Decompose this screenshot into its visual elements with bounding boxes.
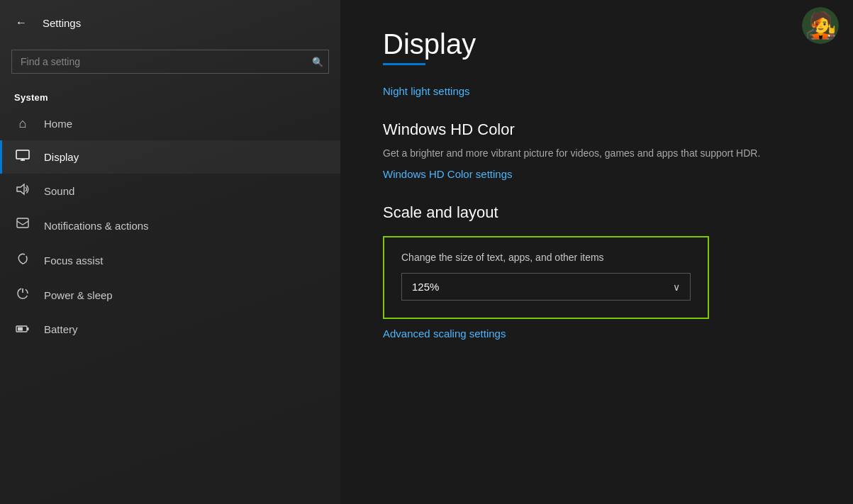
hd-color-heading: Windows HD Color (383, 121, 818, 139)
advanced-scaling-link[interactable]: Advanced scaling settings (383, 327, 506, 340)
display-icon (14, 150, 31, 164)
scale-heading: Scale and layout (383, 203, 818, 222)
sidebar: ← Settings 🔍 System ⌂ Home Display (0, 0, 340, 504)
sidebar-header: ← Settings (0, 0, 340, 45)
home-icon: ⌂ (14, 116, 31, 131)
svg-rect-4 (17, 218, 28, 228)
page-title: Display (383, 28, 818, 60)
power-icon (14, 287, 31, 303)
svg-rect-0 (16, 150, 29, 159)
hd-color-desc: Get a brighter and more vibrant picture … (383, 146, 818, 161)
scale-value: 125% (412, 281, 439, 293)
avatar-image: 🧑‍🎤 (802, 7, 839, 44)
focus-icon (14, 252, 31, 269)
sidebar-item-notifications-label: Notifications & actions (44, 220, 149, 232)
back-button[interactable]: ← (11, 13, 31, 33)
hd-color-link[interactable]: Windows HD Color settings (383, 168, 513, 180)
system-section-label: System (0, 85, 340, 107)
svg-rect-9 (27, 327, 29, 330)
svg-rect-8 (18, 327, 23, 331)
sidebar-item-display[interactable]: Display (0, 140, 340, 174)
sidebar-item-battery[interactable]: Battery (0, 313, 340, 346)
sidebar-item-sound-label: Sound (44, 185, 74, 197)
night-light-link[interactable]: Night light settings (383, 85, 470, 97)
notifications-icon (14, 218, 31, 234)
sidebar-item-battery-label: Battery (44, 323, 78, 335)
sidebar-item-home-label: Home (44, 118, 72, 130)
scale-box: Change the size of text, apps, and other… (383, 236, 709, 319)
sidebar-item-notifications[interactable]: Notifications & actions (0, 208, 340, 243)
sound-icon (14, 183, 31, 199)
battery-icon (14, 322, 31, 337)
search-icon[interactable]: 🔍 (312, 57, 323, 67)
sidebar-item-focus[interactable]: Focus assist (0, 243, 340, 278)
sidebar-item-power-label: Power & sleep (44, 289, 113, 301)
avatar: 🧑‍🎤 (802, 7, 839, 44)
advanced-link-container: Advanced scaling settings (383, 327, 818, 340)
scale-dropdown[interactable]: 125% ∨ (401, 273, 691, 301)
scale-label: Change the size of text, apps, and other… (401, 252, 691, 263)
svg-marker-3 (17, 184, 24, 194)
sidebar-item-focus-label: Focus assist (44, 254, 103, 267)
sidebar-item-sound[interactable]: Sound (0, 174, 340, 208)
sidebar-item-power[interactable]: Power & sleep (0, 278, 340, 313)
sidebar-item-display-label: Display (44, 151, 79, 163)
main-content: 🧑‍🎤 Display Night light settings Windows… (340, 0, 853, 504)
search-input[interactable] (11, 50, 329, 74)
title-underline (383, 63, 425, 65)
search-box: 🔍 (11, 50, 329, 74)
sidebar-item-home[interactable]: ⌂ Home (0, 107, 340, 140)
settings-title: Settings (43, 17, 81, 29)
chevron-down-icon: ∨ (673, 281, 680, 293)
